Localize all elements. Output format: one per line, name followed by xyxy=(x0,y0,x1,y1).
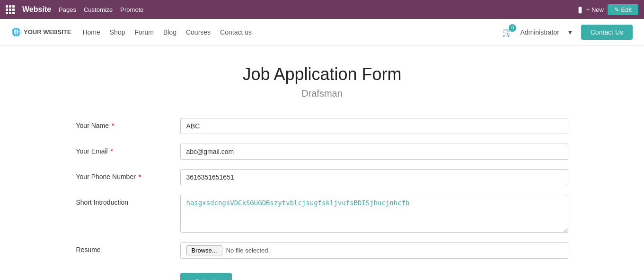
admin-bar-left: Website Pages Customize Promote xyxy=(6,5,570,14)
admin-bar-nav: Pages Customize Promote xyxy=(59,6,143,13)
phone-required: * xyxy=(139,173,141,181)
admin-nav-promote[interactable]: Promote xyxy=(120,6,143,13)
resume-field-group: Resume Browse... No file selected. xyxy=(76,242,568,259)
name-required: * xyxy=(112,122,114,129)
edit-button[interactable]: ✎ Edit xyxy=(608,4,638,15)
nav-forum[interactable]: Forum xyxy=(134,28,153,36)
main-content: Job Application Form Drafsman Your Name … xyxy=(38,45,606,280)
nav-contact[interactable]: Contact us xyxy=(220,28,252,36)
form-title: Job Application Form xyxy=(76,64,568,84)
email-field-group: Your Email * xyxy=(76,144,568,160)
site-logo: 🌐 YOUR WEBSITE xyxy=(11,27,71,36)
phone-field-group: Your Phone Number * xyxy=(76,169,568,185)
nav-blog[interactable]: Blog xyxy=(163,28,176,36)
admin-bar-logo: Website xyxy=(22,5,51,14)
file-name-label: No file selected. xyxy=(226,247,270,254)
nav-home[interactable]: Home xyxy=(82,28,100,36)
cart-badge: 0 xyxy=(509,24,516,32)
site-nav-right: 🛒 0 Administrator ▼ Contact Us xyxy=(502,25,633,40)
email-required: * xyxy=(111,147,113,155)
contact-us-button[interactable]: Contact Us xyxy=(581,25,633,40)
email-label: Your Email * xyxy=(76,144,180,155)
new-button[interactable]: + New xyxy=(586,6,604,13)
phone-input[interactable] xyxy=(180,169,568,185)
cart-icon[interactable]: 🛒 0 xyxy=(502,27,512,37)
name-input[interactable] xyxy=(180,118,568,134)
submit-button[interactable]: Submit xyxy=(180,273,232,280)
admin-user-dropdown[interactable]: Administrator xyxy=(520,28,559,36)
name-field-group: Your Name * xyxy=(76,118,568,134)
email-input[interactable] xyxy=(180,144,568,160)
globe-icon: 🌐 xyxy=(11,27,21,36)
nav-shop[interactable]: Shop xyxy=(110,28,125,36)
admin-nav-pages[interactable]: Pages xyxy=(59,6,76,13)
site-nav-links: Home Shop Forum Blog Courses Contact us xyxy=(82,28,491,36)
form-subtitle: Drafsman xyxy=(76,88,568,99)
intro-field-group: Short Introduction hasgxsdcngsVDCkSGUGDB… xyxy=(76,195,568,233)
user-dropdown-arrow[interactable]: ▼ xyxy=(567,28,573,36)
mobile-icon[interactable]: ▮ xyxy=(578,4,582,15)
intro-label: Short Introduction xyxy=(76,195,180,206)
grid-icon[interactable] xyxy=(6,5,15,14)
admin-bar-right: ▮ + New ✎ Edit xyxy=(578,4,638,15)
admin-nav-customize[interactable]: Customize xyxy=(84,6,113,13)
site-nav: 🌐 YOUR WEBSITE Home Shop Forum Blog Cour… xyxy=(0,19,644,45)
nav-courses[interactable]: Courses xyxy=(186,28,211,36)
browse-button[interactable]: Browse... xyxy=(186,245,222,255)
admin-bar: Website Pages Customize Promote ▮ + New … xyxy=(0,0,644,19)
file-input-wrapper: Browse... No file selected. xyxy=(180,242,568,259)
site-logo-text: YOUR WEBSITE xyxy=(24,28,71,36)
intro-textarea[interactable]: hasgxsdcngsVDCkSGUGDBszytvblcjsugfskljvu… xyxy=(180,195,568,233)
resume-label: Resume xyxy=(76,242,180,253)
name-label: Your Name * xyxy=(76,118,180,129)
phone-label: Your Phone Number * xyxy=(76,169,180,181)
